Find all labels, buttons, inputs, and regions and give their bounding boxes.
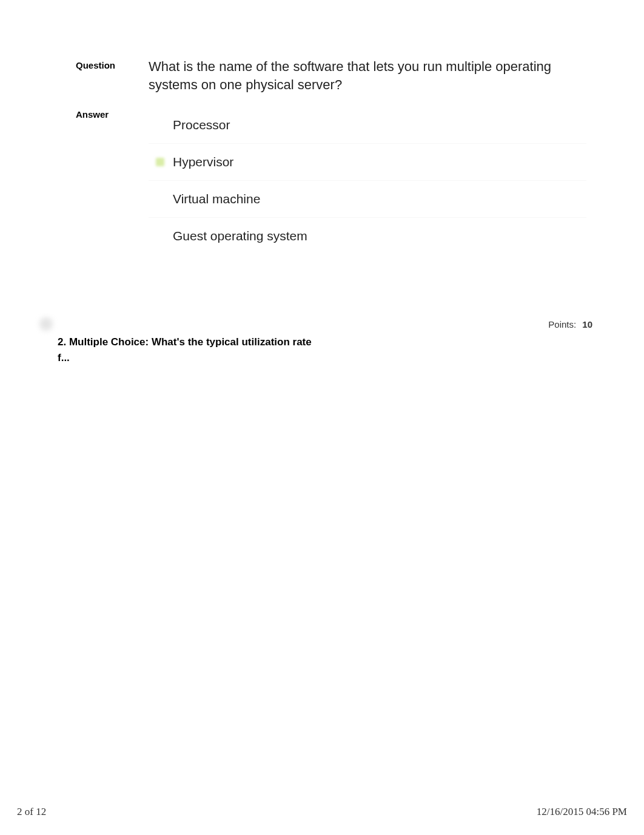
answer-option-text: Guest operating system <box>170 229 307 243</box>
answer-option[interactable]: Virtual machine <box>149 181 586 218</box>
answer-marker-icon <box>156 121 164 129</box>
answer-options-container: Processor Hypervisor Virtual machine Gue… <box>149 107 586 254</box>
page-footer: 2 of 12 12/16/2015 04:56 PM <box>0 806 644 818</box>
answer-marker-icon <box>156 232 164 240</box>
points-value: 10 <box>582 319 592 330</box>
question-label: Question <box>76 58 149 70</box>
page-content: Question What is the name of the softwar… <box>0 0 644 365</box>
next-question-title-line2: f... <box>58 350 605 366</box>
question-row: Question What is the name of the softwar… <box>76 58 586 93</box>
next-question-title: 2. Multiple Choice: What's the typical u… <box>58 334 605 365</box>
footer-timestamp: 12/16/2015 04:56 PM <box>537 806 627 818</box>
points-row: Points: 10 <box>58 319 605 330</box>
next-question-title-line1: 2. Multiple Choice: What's the typical u… <box>58 334 605 350</box>
page-indicator: 2 of 12 <box>17 806 46 818</box>
answer-option[interactable]: Guest operating system <box>149 218 586 254</box>
points-label: Points: <box>548 319 576 330</box>
answer-option-text: Virtual machine <box>170 192 260 206</box>
answer-row: Answer Processor Hypervisor Virtual mach… <box>76 107 586 254</box>
answer-option[interactable]: Processor <box>149 107 586 144</box>
answer-option-text: Hypervisor <box>170 155 233 169</box>
next-question-section: Points: 10 2. Multiple Choice: What's th… <box>52 319 611 365</box>
answer-option[interactable]: Hypervisor <box>149 144 586 181</box>
question-text: What is the name of the software that le… <box>149 58 586 93</box>
question-card: Question What is the name of the softwar… <box>52 42 611 286</box>
answer-label: Answer <box>76 107 149 120</box>
answer-option-text: Processor <box>170 118 230 132</box>
answer-marker-icon <box>156 158 164 166</box>
answer-marker-icon <box>156 195 164 203</box>
status-indicator-icon <box>39 317 53 331</box>
